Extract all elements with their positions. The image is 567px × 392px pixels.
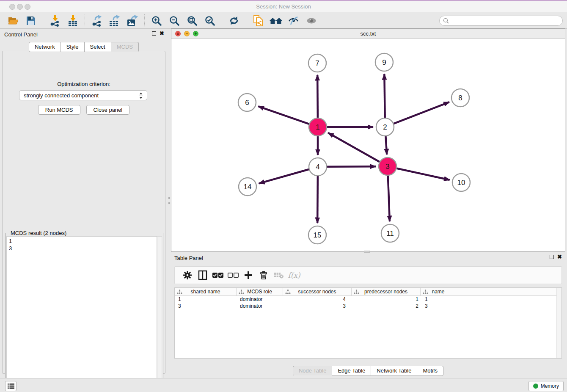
column-header-successor-nodes[interactable]: successor nodes xyxy=(283,288,352,295)
table-header: shared nameMCDS rolesuccessor nodesprede… xyxy=(175,288,561,296)
search-field[interactable] xyxy=(439,16,563,26)
trash-icon[interactable] xyxy=(256,269,271,282)
mcds-result-groupbox: MCDS result (2 nodes) 1 3 xyxy=(5,233,163,392)
column-header-predecessor-nodes[interactable]: predecessor nodes xyxy=(352,288,421,295)
export-table-icon[interactable] xyxy=(108,14,121,28)
criterion-select[interactable]: strongly connected component xyxy=(19,90,147,100)
table-toolbar: f(x) xyxy=(174,266,562,284)
cell-predecessor-nodes[interactable]: 2 xyxy=(352,303,421,309)
node-label-9: 9 xyxy=(382,58,386,66)
edge-3-10[interactable] xyxy=(396,168,450,180)
cell-name[interactable]: 3 xyxy=(421,303,456,309)
horizontal-splitter-grip[interactable] xyxy=(364,251,370,253)
table-tabbar: Node TableEdge TableNetwork TableMotifs xyxy=(293,366,443,376)
node-label-15: 15 xyxy=(314,231,322,239)
edge-3-1[interactable] xyxy=(328,133,380,162)
memory-button[interactable]: Memory xyxy=(528,381,564,391)
edge-4-3[interactable] xyxy=(327,166,376,167)
open-session-icon[interactable] xyxy=(6,14,20,28)
cell-name[interactable]: 1 xyxy=(421,296,456,303)
task-list-icon xyxy=(8,383,14,389)
node-table[interactable]: shared nameMCDS rolesuccessor nodesprede… xyxy=(174,287,562,359)
control-panel-title: Control Panel xyxy=(4,31,38,38)
network-window-titlebar[interactable]: x – + scc.txt xyxy=(171,29,565,39)
table-row[interactable]: 3dominator323 xyxy=(175,303,561,309)
window-title: Session: New Session xyxy=(0,3,567,10)
gear-icon[interactable] xyxy=(180,269,195,282)
cell-shared-name[interactable]: 1 xyxy=(175,296,237,303)
split-panel-icon[interactable] xyxy=(195,269,210,282)
export-image-icon[interactable] xyxy=(126,14,139,28)
column-header-MCDS-role[interactable]: MCDS role xyxy=(237,288,283,295)
column-header-shared-name[interactable]: shared name xyxy=(175,288,237,295)
select-all-checkboxes-icon[interactable] xyxy=(210,269,226,282)
clone-network-icon[interactable] xyxy=(251,14,265,28)
cell-MCDS-role[interactable]: dominator xyxy=(237,303,283,309)
node-label-3: 3 xyxy=(385,163,389,171)
tab-network-table[interactable]: Network Table xyxy=(371,366,417,376)
float-panel-icon[interactable] xyxy=(152,31,156,36)
edge-4-14[interactable] xyxy=(259,169,309,184)
tab-motifs[interactable]: Motifs xyxy=(417,366,443,376)
table-panel: Table Panel ✖ xyxy=(171,253,565,377)
deselect-all-checkboxes-icon[interactable] xyxy=(226,269,241,282)
tab-edge-table[interactable]: Edge Table xyxy=(332,366,371,376)
tab-node-table[interactable]: Node Table xyxy=(293,366,333,376)
node-label-14: 14 xyxy=(244,183,252,191)
edge-2-9[interactable] xyxy=(384,74,385,118)
function-fx-icon[interactable]: f(x) xyxy=(286,269,302,282)
memory-label: Memory xyxy=(541,383,559,389)
column-header-name[interactable]: name xyxy=(421,288,456,295)
edge-2-8[interactable] xyxy=(394,102,449,124)
zoom-fit-icon[interactable] xyxy=(185,14,199,28)
cell-predecessor-nodes[interactable]: 1 xyxy=(352,296,421,303)
cell-MCDS-role[interactable]: dominator xyxy=(237,296,283,303)
tab-mcds[interactable]: MCDS xyxy=(111,42,139,52)
search-icon xyxy=(443,18,449,24)
tab-select[interactable]: Select xyxy=(85,42,111,52)
node-label-11: 11 xyxy=(386,229,394,237)
zoom-out-icon[interactable] xyxy=(168,14,181,28)
network-graph[interactable]: 7968124314101511 xyxy=(171,39,565,251)
first-neighbors-icon[interactable] xyxy=(269,14,283,28)
search-input[interactable] xyxy=(449,17,562,25)
node-label-8: 8 xyxy=(458,94,462,102)
float-table-panel-icon[interactable] xyxy=(550,255,554,259)
close-panel-icon[interactable]: ✖ xyxy=(160,31,164,36)
edge-2-3[interactable] xyxy=(385,136,387,155)
network-canvas[interactable]: 7968124314101511 xyxy=(171,39,565,251)
task-history-button[interactable] xyxy=(5,381,17,391)
tab-style[interactable]: Style xyxy=(61,42,85,52)
mcds-result-title: MCDS result (2 nodes) xyxy=(9,230,68,236)
import-network-icon[interactable] xyxy=(48,14,62,28)
mcds-result-textarea[interactable]: 1 3 xyxy=(6,236,157,392)
import-table-icon[interactable] xyxy=(66,14,80,28)
result-scrollbar[interactable] xyxy=(157,236,162,392)
tab-network[interactable]: Network xyxy=(29,42,61,52)
edge-1-7[interactable] xyxy=(317,75,318,118)
zoom-selected-icon[interactable] xyxy=(203,14,217,28)
save-session-icon[interactable] xyxy=(24,14,38,28)
refresh-view-icon[interactable] xyxy=(227,14,241,28)
table-scrollbar[interactable] xyxy=(556,288,561,358)
export-network-icon[interactable] xyxy=(90,14,104,28)
vertical-splitter[interactable] xyxy=(168,29,171,376)
plus-icon[interactable] xyxy=(241,269,256,282)
cell-successor-nodes[interactable]: 3 xyxy=(283,303,352,309)
run-mcds-button[interactable]: Run MCDS xyxy=(38,105,80,115)
zoom-in-icon[interactable] xyxy=(150,14,163,28)
table-row[interactable]: 1dominator411 xyxy=(175,296,561,303)
window-titlebar: Session: New Session xyxy=(0,1,567,12)
show-all-eye-icon[interactable] xyxy=(305,14,318,28)
edge-3-11[interactable] xyxy=(388,175,390,221)
close-table-panel-icon[interactable]: ✖ xyxy=(557,255,562,259)
cell-shared-name[interactable]: 3 xyxy=(175,303,237,309)
hide-selected-eye-icon[interactable] xyxy=(287,14,300,28)
edge-4-15[interactable] xyxy=(317,176,318,223)
close-panel-button[interactable]: Close panel xyxy=(86,105,130,115)
table-body: 1dominator4113dominator323 xyxy=(175,296,561,309)
cell-successor-nodes[interactable]: 4 xyxy=(283,296,352,303)
delete-column-icon[interactable] xyxy=(271,269,286,282)
criterion-selected-value: strongly connected component xyxy=(24,92,99,99)
edge-1-6[interactable] xyxy=(258,106,309,124)
